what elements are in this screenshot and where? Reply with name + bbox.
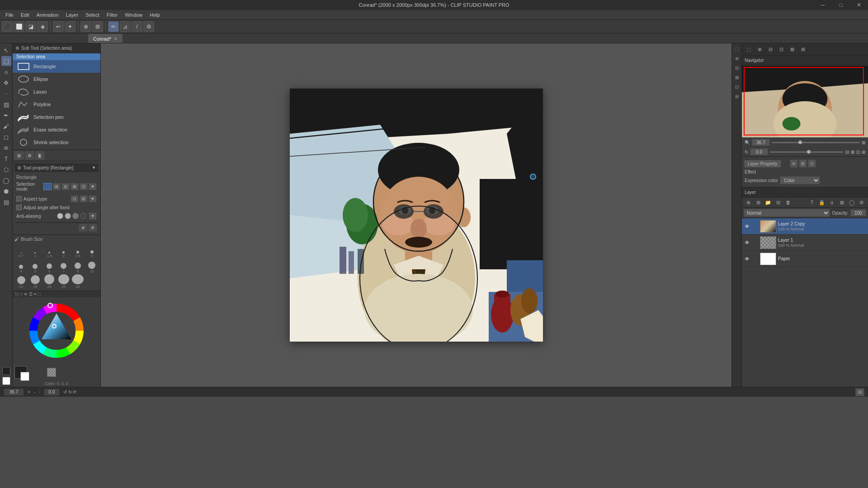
brush-size-25[interactable]: 2.5 bbox=[71, 244, 84, 258]
layer-eye-paper[interactable]: 👁 bbox=[744, 256, 750, 262]
minimize-button[interactable]: ─ bbox=[814, 0, 832, 10]
toolbar-transform[interactable]: ⊕ bbox=[80, 21, 91, 32]
layer-text-btn[interactable]: T bbox=[807, 198, 816, 206]
brush-size-3[interactable]: 3 bbox=[85, 244, 99, 258]
color-mode-select[interactable]: Color Gray Monochrome bbox=[780, 176, 820, 184]
toolbar-btn-2[interactable]: ⬜ bbox=[14, 21, 24, 32]
sub-tool-copy-btn[interactable]: ⊞ bbox=[14, 151, 24, 160]
tool-props-settings-btn[interactable]: ⚙ bbox=[89, 224, 97, 231]
adjust-angle-checkbox[interactable] bbox=[16, 205, 22, 210]
brush-size-07[interactable]: 0.7 bbox=[14, 244, 28, 258]
right-icon-3[interactable]: ⊟ bbox=[732, 63, 741, 72]
brush-size-15[interactable]: 15 bbox=[28, 274, 42, 289]
aa-weak-btn[interactable] bbox=[65, 213, 71, 219]
status-zoom-input[interactable]: 36.7 bbox=[4, 389, 24, 396]
layer-property-tab[interactable]: Layer Property bbox=[745, 160, 781, 167]
right-icon-4[interactable]: ⊠ bbox=[732, 73, 741, 82]
brush-size-30[interactable]: 30 bbox=[71, 274, 84, 289]
navigator-preview[interactable] bbox=[742, 65, 868, 137]
tab-close-icon[interactable]: ✕ bbox=[114, 37, 118, 41]
menu-window[interactable]: Window bbox=[121, 11, 146, 19]
menu-animation[interactable]: Animation bbox=[33, 11, 62, 19]
brush-size-8[interactable]: 8 bbox=[71, 259, 84, 273]
menu-file[interactable]: File bbox=[2, 11, 17, 19]
sub-tool-selection-pen[interactable]: Selection pen bbox=[13, 111, 100, 123]
canvas-tab-conrad[interactable]: Conrad* ✕ bbox=[88, 34, 123, 43]
aa-medium-btn[interactable] bbox=[72, 213, 79, 219]
layer-settings-btn[interactable]: ⚙ bbox=[857, 198, 866, 206]
right-tool-5[interactable]: ⊠ bbox=[787, 45, 797, 55]
toolbar-btn-3[interactable]: ◪ bbox=[25, 21, 36, 32]
aspect-icon-2[interactable]: ⊞ bbox=[80, 195, 88, 202]
tool-pen[interactable]: ✒ bbox=[1, 110, 11, 120]
status-zoom-plus[interactable]: + bbox=[28, 389, 30, 394]
selection-mode-intersect[interactable]: ⊠ bbox=[71, 183, 79, 190]
tool-text[interactable]: T bbox=[1, 154, 11, 164]
right-icon-6[interactable]: ⊞ bbox=[732, 92, 741, 101]
blend-mode-select[interactable]: Normal Multiply Screen Overlay bbox=[744, 209, 830, 217]
nav-more-icon[interactable]: ⊞ bbox=[862, 150, 865, 155]
layer-eye-copy[interactable]: 👁 bbox=[744, 223, 750, 230]
brush-size-25b[interactable]: 25 bbox=[57, 274, 70, 289]
sub-tool-delete-btn[interactable]: 🗑 bbox=[35, 151, 44, 160]
menu-edit[interactable]: Edit bbox=[17, 11, 33, 19]
layer-item-copy[interactable]: 👁 Layer 2 Copy 100 % Normal bbox=[742, 218, 868, 235]
toolbar-btn-1[interactable]: ⬛ bbox=[2, 21, 13, 32]
nav-rotation-input[interactable]: 0.0 bbox=[750, 148, 768, 155]
menu-help[interactable]: Help bbox=[146, 11, 164, 19]
toolbar-btn-4[interactable]: ◈ bbox=[37, 21, 48, 32]
opacity-input[interactable]: 100 bbox=[850, 209, 866, 216]
tool-selection[interactable]: ⬚ bbox=[1, 56, 11, 66]
right-tool-3[interactable]: ⊟ bbox=[765, 45, 775, 55]
layer-alpha-btn[interactable]: α bbox=[827, 198, 836, 206]
toolbar-redo[interactable]: ✦ bbox=[65, 21, 75, 32]
foreground-color[interactable] bbox=[2, 367, 10, 375]
toolbar-help[interactable]: ⚙ bbox=[143, 21, 154, 32]
layer-clip-btn[interactable]: ⊠ bbox=[837, 198, 846, 206]
menu-layer[interactable]: Layer bbox=[62, 11, 82, 19]
sub-tool-ellipse[interactable]: Ellipse bbox=[13, 73, 100, 85]
maximize-button[interactable]: □ bbox=[832, 0, 850, 10]
layer-item-1[interactable]: 👁 Layer 1 100 % Normal bbox=[742, 235, 868, 251]
selection-mode-sub[interactable]: ⊟ bbox=[61, 183, 70, 190]
tool-fill[interactable]: ▨ bbox=[1, 99, 11, 109]
layer-vector-btn[interactable]: ◯ bbox=[847, 198, 856, 206]
nav-reset-icon[interactable]: ⊡ bbox=[856, 150, 860, 155]
tool-3d[interactable]: ⬢ bbox=[1, 186, 11, 196]
brush-size-1[interactable]: 1 bbox=[28, 244, 42, 258]
brush-size-6[interactable]: 6 bbox=[43, 259, 56, 273]
tool-props-add-btn[interactable]: ⊕ bbox=[79, 224, 87, 231]
nav-fit-icon[interactable]: ⊞ bbox=[862, 140, 865, 145]
layer-eye-1[interactable]: 👁 bbox=[744, 239, 750, 246]
right-tool-1[interactable]: ⬚ bbox=[744, 45, 754, 55]
effect-icon-1[interactable]: ⊕ bbox=[790, 160, 798, 168]
nav-rotation-slider[interactable] bbox=[770, 151, 844, 153]
layer-folder-btn[interactable]: 📁 bbox=[764, 198, 773, 206]
layer-merge-btn[interactable]: ⊟ bbox=[774, 198, 783, 206]
tool-blend[interactable]: ≋ bbox=[1, 143, 11, 153]
tool-cursor[interactable]: ↖ bbox=[1, 45, 11, 55]
brush-size-20[interactable]: 20 bbox=[43, 274, 56, 289]
sub-tool-lasso[interactable]: Lasso bbox=[13, 85, 100, 98]
nav-zoom-input[interactable]: 36.7 bbox=[752, 139, 770, 146]
right-icon-1[interactable]: ⬚ bbox=[732, 44, 741, 53]
brush-size-2[interactable]: 2 bbox=[57, 244, 70, 258]
layer-copy-btn[interactable]: ⊞ bbox=[754, 198, 763, 206]
layer-delete-btn[interactable]: 🗑 bbox=[783, 198, 793, 206]
selection-mode-5[interactable]: ⊡ bbox=[80, 183, 88, 190]
layer-new-btn[interactable]: ⊕ bbox=[744, 198, 753, 206]
aspect-type-checkbox[interactable] bbox=[16, 196, 22, 202]
effect-icon-2[interactable]: ⊠ bbox=[799, 160, 807, 168]
brush-size-5[interactable]: 5 bbox=[28, 259, 42, 273]
nav-mirror-icon[interactable]: ⊟ bbox=[845, 150, 849, 155]
sub-tool-rectangle[interactable]: Rectangle bbox=[13, 60, 100, 73]
brush-size-4[interactable]: 4 bbox=[14, 259, 28, 273]
selection-mode-new[interactable]: ⬚ bbox=[43, 183, 52, 190]
sub-tool-shrink-selection[interactable]: Shrink selection bbox=[13, 136, 100, 149]
background-color[interactable] bbox=[2, 377, 10, 385]
brush-size-10[interactable]: 10 bbox=[85, 259, 99, 273]
aspect-dropdown[interactable]: ▼ bbox=[89, 195, 97, 202]
brush-size-15[interactable]: 1.5 bbox=[43, 244, 56, 258]
brush-size-7[interactable]: 7 bbox=[57, 259, 70, 273]
toolbar-eraser[interactable]: / bbox=[132, 21, 142, 32]
